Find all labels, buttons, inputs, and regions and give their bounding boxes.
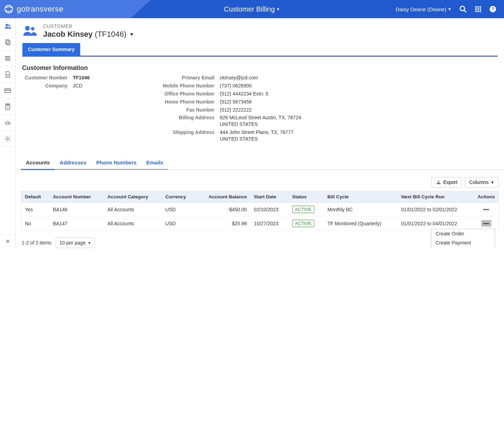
column-header[interactable]: Status — [289, 191, 324, 203]
table-cell: $25.98 — [196, 217, 251, 231]
copy-icon — [4, 39, 11, 46]
subtab-row: AccountsAddressesPhone NumbersEmails — [16, 156, 504, 170]
action-menu-item[interactable]: Create Payment Plan — [432, 247, 495, 248]
search-icon[interactable] — [459, 5, 467, 13]
column-header[interactable]: Actions — [474, 191, 498, 203]
svg-rect-16 — [6, 40, 9, 44]
column-header[interactable]: Default — [21, 191, 49, 203]
table-cell: ACTIVE — [289, 203, 324, 217]
download-icon — [436, 180, 441, 185]
subtab-addresses[interactable]: Addresses — [55, 156, 91, 170]
table-cell: USD — [162, 217, 195, 231]
sidebar-item-copy[interactable] — [0, 34, 15, 50]
table-cell: All Accounts — [104, 203, 162, 217]
table-cell: BA146 — [49, 203, 104, 217]
svg-point-34 — [7, 138, 9, 140]
subtab-emails[interactable]: Emails — [141, 156, 168, 170]
users-icon — [4, 23, 11, 30]
table-cell: 10/27/2023 — [251, 217, 289, 231]
info-label: Customer Number — [22, 75, 73, 81]
table-row: NoBA147All AccountsUSD$25.9810/27/2023AC… — [21, 217, 499, 231]
sidebar-item-settings[interactable] — [0, 131, 15, 147]
stack-icon — [4, 55, 11, 62]
app-title: Customer Billing — [224, 5, 275, 13]
svg-point-27 — [7, 106, 7, 107]
column-header[interactable]: Account Number — [49, 191, 104, 203]
main-content: CUSTOMER Jacob Kinsey (TF1046) ▼ Custome… — [16, 18, 504, 248]
logo-section[interactable]: gotransverse — [0, 5, 63, 14]
row-actions-button[interactable]: ••• — [481, 220, 491, 227]
info-value: 444 John Street Plano, TX, 78777 UNITED … — [220, 129, 306, 142]
app-title-dropdown[interactable]: Customer Billing ▼ — [224, 5, 280, 13]
logo-icon — [4, 5, 13, 14]
user-menu[interactable]: Daisy Deane (Deane) ▼ — [396, 6, 451, 12]
export-label: Export — [443, 179, 457, 185]
svg-rect-24 — [5, 90, 11, 91]
info-row: Primary Emailckinsey@jcd.com — [159, 75, 306, 81]
pager: 1-2 of 2 items 10 per page ▼ — [21, 238, 499, 248]
action-menu-item[interactable]: Create Payment — [432, 238, 495, 247]
info-label: Billing Address — [159, 114, 220, 128]
credit-card-icon — [4, 87, 11, 94]
sidebar-item-stack[interactable] — [0, 50, 15, 66]
info-row: Office Phone Number(512) 4442234 Extn: 5 — [159, 91, 306, 97]
table-cell: 02/10/2023 — [251, 203, 289, 217]
document-icon — [4, 71, 11, 78]
table-cell: ACTIVE — [289, 217, 324, 231]
sidebar-item-customers[interactable] — [0, 18, 15, 34]
chevron-double-right-icon — [5, 239, 10, 244]
column-header[interactable]: Bill Cycle — [324, 191, 398, 203]
tab-customer-summary[interactable]: Customer Summary — [22, 43, 80, 56]
svg-point-32 — [8, 107, 9, 108]
svg-point-29 — [8, 106, 9, 107]
sidebar-item-card[interactable] — [0, 83, 15, 99]
help-icon[interactable]: ? — [489, 6, 496, 13]
header-right: Daisy Deane (Deane) ▼ ? — [396, 5, 504, 13]
sidebar-item-calculator[interactable] — [0, 99, 15, 115]
caret-down-icon: ▼ — [276, 7, 280, 11]
gear-icon — [4, 135, 11, 142]
info-value: (512) 2222222 — [220, 107, 306, 113]
info-label: Primary Email — [159, 75, 220, 81]
columns-button[interactable]: Columns ▼ — [465, 177, 499, 187]
table-controls: Export Columns ▼ — [21, 177, 499, 187]
table-cell: TF Monitored (Quarterly) — [324, 217, 398, 231]
sidebar-expand[interactable] — [0, 234, 15, 248]
info-value: (512) 5673456 — [220, 99, 306, 105]
column-header[interactable]: Account Category — [104, 191, 162, 203]
ellipsis-icon: ••• — [483, 207, 489, 212]
subtab-phone-numbers[interactable]: Phone Numbers — [91, 156, 141, 170]
customer-code: (TF1046) — [95, 30, 126, 39]
svg-rect-18 — [5, 56, 10, 57]
table-cell: All Accounts — [104, 217, 162, 231]
svg-rect-8 — [479, 8, 481, 10]
row-actions-button[interactable]: ••• — [481, 206, 491, 213]
sidebar-item-document[interactable] — [0, 66, 15, 83]
caret-down-icon: ▼ — [491, 180, 494, 184]
column-header[interactable]: Account Balance — [196, 191, 251, 203]
column-header[interactable]: Currency — [162, 191, 195, 203]
info-row: Billing Address626 McLeod Street Austin,… — [159, 114, 306, 128]
svg-point-36 — [31, 27, 34, 30]
action-menu-item[interactable]: Create Order — [432, 229, 495, 238]
page-title-dropdown[interactable]: Jacob Kinsey (TF1046) ▼ — [43, 30, 134, 39]
caret-down-icon: ▼ — [129, 31, 134, 37]
svg-rect-7 — [477, 8, 479, 10]
column-header[interactable]: Next Bill Cycle Run — [398, 191, 474, 203]
column-header[interactable]: Start Date — [251, 191, 289, 203]
info-label: Company — [22, 83, 73, 89]
export-button[interactable]: Export — [432, 177, 462, 187]
actions-cell: ••• — [474, 203, 498, 217]
apps-grid-icon[interactable] — [475, 6, 482, 13]
table-cell: BA147 — [49, 217, 104, 231]
page-size-select[interactable]: 10 per page ▼ — [56, 238, 95, 248]
sidebar-item-dashboard[interactable] — [0, 115, 15, 131]
svg-rect-6 — [475, 8, 477, 10]
svg-point-31 — [7, 107, 8, 108]
info-label: Office Phone Number — [159, 91, 220, 97]
status-badge: ACTIVE — [292, 220, 314, 227]
subtab-accounts[interactable]: Accounts — [21, 156, 55, 170]
primary-tab-row: Customer Summary — [22, 43, 498, 57]
app-header: gotransverse Customer Billing ▼ Daisy De… — [0, 0, 504, 18]
table-cell: 01/01/2022 to 02/01/2022 — [398, 203, 474, 217]
